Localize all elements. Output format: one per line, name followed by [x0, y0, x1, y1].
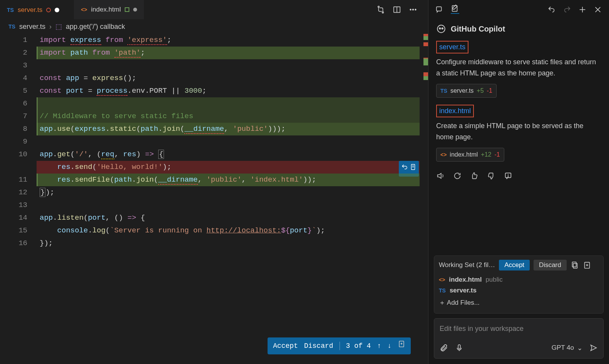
additions-count: +12	[481, 150, 491, 160]
line-number-gutter: 12345678910111213141516	[0, 34, 37, 364]
suggestion-block: index.html Create a simple HTML page to …	[436, 105, 601, 169]
file-change-badge[interactable]: TS server.ts +5 -1	[436, 84, 497, 98]
html-icon: <>	[440, 150, 447, 159]
file-name: server.ts	[450, 287, 477, 294]
plus-icon[interactable]	[578, 5, 587, 14]
discard-button[interactable]: Discard	[304, 340, 333, 352]
modified-indicator-icon	[46, 8, 51, 12]
files-icon[interactable]	[571, 261, 579, 269]
tab-label: index.html	[91, 6, 121, 13]
svg-rect-13	[437, 7, 442, 11]
chat-input[interactable]: Edit files in your workspace GPT 4o ⌄	[434, 318, 604, 359]
editor-pane: TS server.ts <> index.html TS server.ts …	[0, 0, 428, 364]
svg-rect-26	[573, 263, 577, 268]
file-link-server-ts[interactable]: server.ts	[436, 41, 468, 53]
model-selector[interactable]: GPT 4o ⌄	[552, 344, 582, 352]
arrow-down-icon[interactable]: ↓	[387, 340, 392, 352]
tab-bar: TS server.ts <> index.html	[0, 0, 428, 19]
accept-button[interactable]: Accept	[499, 260, 530, 270]
chevron-right-icon: ›	[49, 23, 52, 31]
svg-point-24	[508, 177, 508, 177]
deletions-count: -1	[487, 86, 492, 96]
microphone-icon[interactable]	[455, 344, 463, 352]
accept-button[interactable]: Accept	[273, 340, 298, 352]
ts-icon: TS	[7, 7, 14, 13]
close-icon[interactable]	[594, 5, 602, 14]
html-icon: <>	[81, 7, 87, 13]
working-set-file[interactable]: TS server.ts	[439, 285, 599, 296]
suggestion-block: server.ts Configure middleware to serve …	[436, 41, 601, 105]
working-set-header: Working Set (2 fil… Accept Discard	[439, 260, 599, 270]
chat-placeholder: Edit files in your workspace	[440, 325, 598, 333]
html-icon: <>	[439, 277, 445, 283]
overview-ruler[interactable]	[420, 34, 428, 364]
code-content[interactable]: import express from 'express'; import pa…	[37, 34, 420, 364]
code-area[interactable]: 12345678910111213141516 import express f…	[0, 34, 428, 364]
working-set: Working Set (2 fil… Accept Discard <> in…	[434, 255, 604, 314]
suggestion-description: Configure middleware to serve static fil…	[436, 57, 601, 79]
copilot-header: GitHub Copilot	[428, 19, 609, 38]
svg-point-21	[442, 28, 443, 29]
svg-point-4	[410, 9, 411, 10]
svg-point-6	[415, 9, 416, 10]
diff-status: 3 of 4	[346, 340, 371, 352]
compare-changes-icon[interactable]	[376, 5, 385, 14]
ts-icon: TS	[8, 23, 15, 30]
split-editor-icon[interactable]	[393, 5, 401, 14]
svg-rect-25	[572, 262, 576, 267]
attach-icon[interactable]	[440, 344, 448, 352]
file-path: public	[485, 276, 502, 284]
breadcrumb[interactable]: TS server.ts › ⬚ app.get('/') callback	[0, 19, 428, 34]
copilot-body: server.ts Configure middleware to serve …	[428, 38, 609, 255]
diff-navigation-bar: Accept Discard 3 of 4 ↑ ↓	[268, 337, 411, 354]
svg-point-20	[439, 28, 440, 29]
sidebar-toolbar	[428, 0, 609, 19]
additions-count: +5	[477, 86, 484, 96]
file-diff-icon[interactable]	[398, 340, 405, 352]
add-files-button[interactable]: ＋ Add Files...	[439, 296, 599, 309]
ts-icon: TS	[439, 287, 446, 294]
thumbs-down-icon[interactable]	[487, 172, 495, 180]
svg-point-0	[378, 6, 380, 8]
copilot-sidebar: GitHub Copilot server.ts Configure middl…	[428, 0, 609, 364]
arrow-up-icon[interactable]: ↑	[377, 340, 381, 352]
symbol-method-icon: ⬚	[55, 22, 62, 31]
deletions-count: -1	[494, 150, 500, 160]
chevron-down-icon: ⌄	[577, 344, 582, 352]
file-link-index-html[interactable]: index.html	[436, 105, 474, 117]
tab-server-ts[interactable]: TS server.ts	[0, 0, 66, 19]
working-set-title: Working Set (2 fil…	[439, 261, 495, 269]
send-icon[interactable]	[589, 344, 598, 352]
thumbs-up-icon[interactable]	[470, 172, 478, 180]
svg-rect-30	[458, 345, 460, 349]
svg-point-5	[413, 9, 414, 10]
report-issue-icon[interactable]	[504, 172, 512, 180]
copilot-icon	[436, 24, 446, 34]
redo-icon[interactable]	[563, 5, 571, 14]
suggestion-description: Create a simple HTML page to be served a…	[436, 120, 601, 143]
breadcrumb-symbol: app.get('/') callback	[66, 23, 125, 31]
undo-icon[interactable]	[547, 5, 556, 14]
feedback-row	[436, 169, 601, 186]
discard-button[interactable]: Discard	[534, 260, 567, 270]
chat-input-toolbar: GPT 4o ⌄	[440, 344, 598, 352]
modified-indicator-icon	[125, 7, 129, 12]
speaker-icon[interactable]	[436, 172, 445, 180]
breadcrumb-file: server.ts	[19, 23, 45, 31]
file-change-badge[interactable]: <> index.html +12 -1	[436, 148, 504, 162]
chat-icon[interactable]	[435, 5, 444, 14]
edit-session-icon[interactable]	[451, 5, 459, 14]
more-actions-icon[interactable]	[409, 5, 417, 14]
plus-icon: ＋	[439, 299, 445, 306]
file-name: index.html	[449, 276, 482, 284]
dirty-dot-icon	[133, 8, 137, 12]
tab-actions	[376, 5, 428, 14]
model-name: GPT 4o	[552, 344, 574, 352]
tab-index-html[interactable]: <> index.html	[74, 0, 144, 19]
dirty-dot-icon	[55, 8, 59, 12]
working-set-file[interactable]: <> index.html public	[439, 274, 599, 285]
new-file-icon[interactable]	[583, 261, 591, 269]
tab-label: server.ts	[18, 6, 42, 14]
badge-filename: server.ts	[450, 86, 473, 96]
retry-icon[interactable]	[453, 172, 462, 180]
